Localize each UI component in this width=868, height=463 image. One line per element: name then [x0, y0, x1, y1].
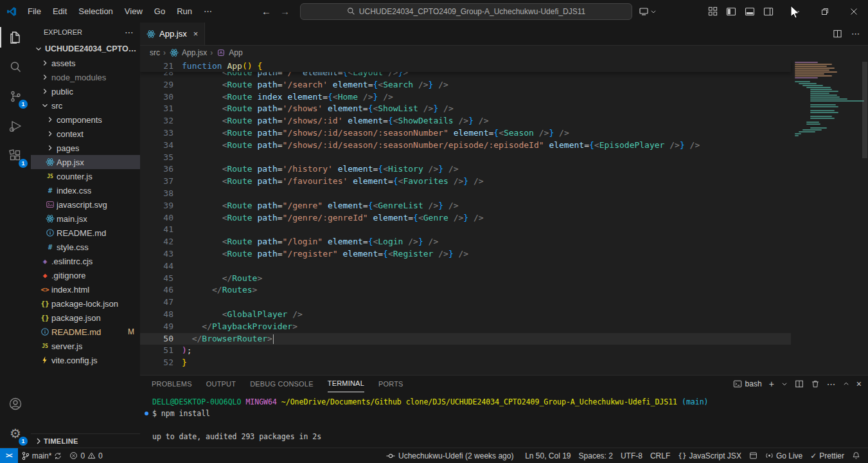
indentation[interactable]: Spaces: 2	[575, 448, 617, 463]
explorer-item-context[interactable]: context	[31, 127, 140, 141]
panel-tab-debug-console[interactable]: DEBUG CONSOLE	[250, 376, 314, 392]
explorer-item-main-jsx[interactable]: main.jsx	[31, 212, 140, 226]
new-terminal-icon[interactable]: +	[769, 379, 774, 389]
tab-appjsx[interactable]: App.jsx ×	[140, 23, 205, 45]
code-line-46[interactable]: 46 </Routes>	[140, 284, 868, 296]
explorer-item-public[interactable]: public	[31, 84, 140, 98]
source-control-view-icon[interactable]: 1	[0, 82, 31, 111]
go-live-item[interactable]: Go Live	[761, 448, 806, 463]
terminal-output[interactable]: DELL@DESKTOP-0UO6QLO MINGW64 ~/OneDrive/…	[140, 392, 868, 448]
code-line-34[interactable]: 34 <Route path="/shows/:id/season/:seaso…	[140, 140, 868, 152]
code-line-40[interactable]: 40 <Route path="/genre/:genreId" element…	[140, 212, 868, 224]
menu-file[interactable]: File	[22, 4, 47, 19]
prettier-item[interactable]: ✓ Prettier	[806, 448, 848, 463]
code-line-37[interactable]: 37 <Route path='/favourites' element={<F…	[140, 176, 868, 188]
panel-tab-terminal[interactable]: TERMINAL	[328, 376, 364, 392]
code-editor[interactable]: 21function App() { 28 <Route path='/' el…	[140, 60, 868, 375]
panel-more-icon[interactable]: ⋯	[827, 379, 836, 389]
explorer-view-icon[interactable]	[0, 23, 31, 52]
code-line-35[interactable]: 35	[140, 152, 868, 164]
remote-explorer-button[interactable]	[639, 6, 657, 17]
code-line-36[interactable]: 36 <Route path='/history' element={<Hist…	[140, 163, 868, 176]
code-line-38[interactable]: 38	[140, 188, 868, 200]
explorer-item-components[interactable]: components	[31, 113, 140, 127]
code-line-52[interactable]: 52}	[140, 357, 868, 369]
explorer-item-pages[interactable]: pages	[31, 141, 140, 155]
minimize-button[interactable]	[781, 0, 810, 23]
code-line-29[interactable]: 29 <Route path='/search' element={<Searc…	[140, 79, 868, 91]
explorer-item-javascript-svg[interactable]: javascript.svg	[31, 197, 140, 212]
explorer-root-folder[interactable]: UCHUDE24034_CPTO2409...	[31, 42, 140, 56]
breadcrumb-item-app[interactable]: App	[216, 48, 242, 58]
eol-sequence[interactable]: CRLF	[646, 448, 674, 463]
split-terminal-icon[interactable]	[795, 379, 804, 388]
back-button[interactable]: ←	[261, 6, 271, 17]
explorer-item--gitignore[interactable]: ◆.gitignore	[31, 268, 140, 282]
explorer-item-app-jsx[interactable]: App.jsx	[31, 155, 140, 169]
close-panel-icon[interactable]: ×	[856, 379, 862, 389]
sticky-scroll[interactable]: 21function App() {	[140, 60, 791, 72]
settings-gear-icon[interactable]: ⚙ 1	[0, 419, 31, 448]
code-line-33[interactable]: 33 <Route path="/shows/:id/season/:seaso…	[140, 127, 868, 140]
toggle-sidebar-icon[interactable]	[726, 6, 736, 17]
code-line-39[interactable]: 39 <Route path="/genre" element={<GenreL…	[140, 200, 868, 212]
explorer-item-server-js[interactable]: JSserver.js	[31, 339, 140, 353]
explorer-item-src[interactable]: src	[31, 98, 140, 113]
kill-terminal-icon[interactable]	[811, 379, 820, 388]
menu-edit[interactable]: Edit	[47, 4, 73, 19]
command-center[interactable]: UCHUDE24034_CPTO2409_Group-A_Uchechukwu-…	[300, 3, 632, 20]
code-line-43[interactable]: 43 <Route path="/register" element={<Reg…	[140, 248, 868, 260]
panel-tab-output[interactable]: OUTPUT	[206, 376, 236, 392]
explorer-item-counter-js[interactable]: JScounter.js	[31, 169, 140, 183]
breadcrumb-item-appjsx[interactable]: App.jsx	[169, 48, 207, 58]
code-line-48[interactable]: 48 <GlobalPlayer />	[140, 309, 868, 321]
explorer-item-package-json[interactable]: {}package.json	[31, 311, 140, 325]
code-line-51[interactable]: 51);	[140, 345, 868, 357]
code-line-45[interactable]: 45 </Route>	[140, 273, 868, 285]
language-mode[interactable]: {} JavaScript JSX	[674, 448, 745, 463]
explorer-item-readme-md[interactable]: README.md	[31, 226, 140, 240]
breadcrumb-item-src[interactable]: src	[150, 48, 160, 57]
editor-more-icon[interactable]: ⋯	[851, 29, 860, 39]
encoding[interactable]: UTF-8	[617, 448, 646, 463]
layout-status-icon[interactable]	[745, 448, 761, 463]
run-debug-view-icon[interactable]	[0, 111, 31, 141]
restore-button[interactable]	[810, 0, 839, 23]
code-line-30[interactable]: 30 <Route index element={<Home />} />	[140, 91, 868, 104]
explorer-item--eslintrc-cjs[interactable]: ◈.eslintrc.cjs	[31, 254, 140, 268]
code-line-21[interactable]: 21function App() {	[140, 60, 791, 72]
search-view-icon[interactable]	[0, 52, 31, 82]
timeline-section[interactable]: TIMELINE	[31, 433, 140, 448]
maximize-panel-icon[interactable]	[843, 381, 849, 387]
terminal-dropdown-icon[interactable]	[781, 381, 788, 387]
explorer-item-assets[interactable]: assets	[31, 56, 140, 70]
menu-view[interactable]: View	[119, 4, 148, 19]
panel-tab-problems[interactable]: PROBLEMS	[152, 376, 192, 392]
minimap[interactable]	[791, 60, 868, 375]
extensions-view-icon[interactable]: 1	[0, 141, 31, 170]
accounts-icon[interactable]	[0, 389, 31, 419]
toggle-panel-icon[interactable]	[745, 6, 755, 17]
explorer-item-vite-config-js[interactable]: vite.config.js	[31, 353, 140, 367]
explorer-more-icon[interactable]: ⋯	[125, 27, 134, 37]
code-line-32[interactable]: 32 <Route path='/shows/:id' element={<Sh…	[140, 115, 868, 127]
forward-button[interactable]: →	[280, 6, 290, 17]
explorer-item-node-modules[interactable]: node_modules	[31, 70, 140, 84]
explorer-item-package-lock-json[interactable]: {}package-lock.json	[31, 296, 140, 311]
menu-run[interactable]: Run	[171, 4, 198, 19]
editor-scrollbar[interactable]	[862, 62, 867, 158]
explorer-item-index-html[interactable]: <>index.html	[31, 282, 140, 296]
menu-go[interactable]: Go	[148, 4, 171, 19]
branch-item[interactable]: main*	[18, 448, 66, 463]
code-line-49[interactable]: 49 </PlaybackProvider>	[140, 321, 868, 333]
tab-close-icon[interactable]: ×	[193, 29, 199, 39]
split-editor-icon[interactable]	[833, 29, 842, 39]
code-line-42[interactable]: 42 <Route path="/login" element={<Login …	[140, 236, 868, 248]
explorer-item-readme-md[interactable]: README.mdM	[31, 325, 140, 339]
explorer-item-index-css[interactable]: #index.css	[31, 183, 140, 197]
toggle-secondary-sidebar-icon[interactable]	[763, 6, 774, 17]
terminal-shell-tab[interactable]: bash	[733, 379, 762, 388]
code-line-44[interactable]: 44	[140, 260, 868, 273]
explorer-item-style-css[interactable]: #style.css	[31, 240, 140, 254]
code-line-41[interactable]: 41	[140, 224, 868, 236]
